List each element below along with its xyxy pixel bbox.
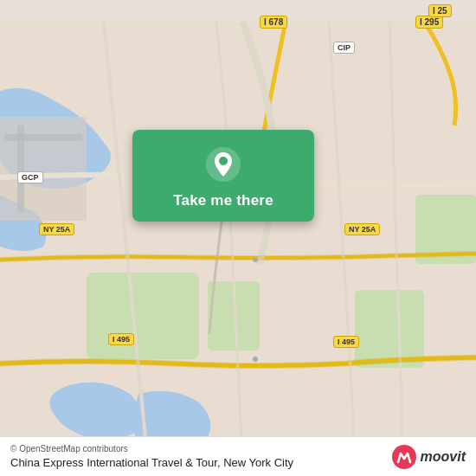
osm-credit: © OpenStreetMap contributors (10, 444, 293, 453)
moovit-logo: moovit (392, 445, 466, 469)
highway-label-i495-right: I 495 (333, 336, 359, 348)
bottom-info: © OpenStreetMap contributors China Expre… (10, 444, 293, 469)
highway-label-i678: I 678 (260, 16, 287, 29)
svg-point-13 (219, 157, 228, 165)
svg-point-10 (253, 257, 258, 262)
bottom-bar: © OpenStreetMap contributors China Expre… (0, 436, 476, 476)
svg-rect-7 (17, 125, 24, 212)
highway-label-ny25a-left: NY 25A (39, 223, 74, 235)
map-container: I 678 I 295 I 25 CIP GCP NY 25A NY 25A I… (0, 0, 476, 476)
moovit-brand-icon (392, 445, 416, 469)
location-name: China Express International Travel & Tou… (10, 456, 293, 469)
svg-rect-3 (355, 290, 424, 368)
highway-label-i495-left: I 495 (108, 333, 134, 345)
moovit-text-label: moovit (421, 449, 466, 465)
highway-label-i25: I 25 (428, 4, 452, 17)
take-me-there-button[interactable]: Take me there (132, 130, 314, 222)
svg-point-11 (253, 357, 258, 362)
highway-label-cip: CIP (333, 42, 355, 54)
svg-rect-1 (87, 273, 199, 359)
highway-label-ny25a-right: NY 25A (344, 223, 380, 235)
location-pin-icon (204, 145, 242, 183)
svg-rect-5 (0, 117, 87, 221)
take-me-there-label: Take me there (173, 192, 273, 209)
highway-label-gcp: GCP (17, 171, 43, 183)
svg-rect-6 (4, 134, 82, 141)
highway-label-i295: I 295 (415, 16, 443, 29)
